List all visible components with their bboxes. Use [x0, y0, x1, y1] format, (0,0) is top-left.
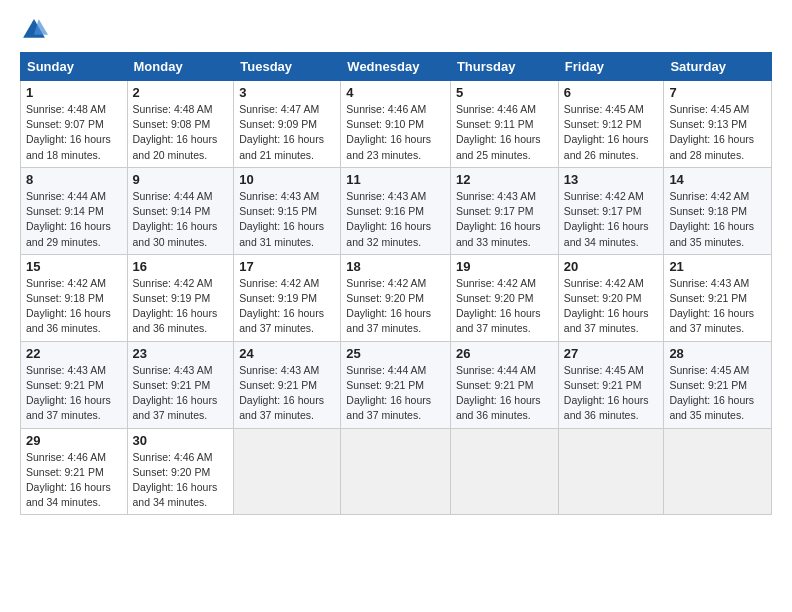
calendar-cell: [341, 428, 451, 515]
calendar-cell: 20 Sunrise: 4:42 AMSunset: 9:20 PMDaylig…: [558, 254, 664, 341]
logo: [20, 16, 52, 44]
day-info: Sunrise: 4:42 AMSunset: 9:19 PMDaylight:…: [133, 277, 218, 335]
day-info: Sunrise: 4:44 AMSunset: 9:21 PMDaylight:…: [456, 364, 541, 422]
calendar-cell: 24 Sunrise: 4:43 AMSunset: 9:21 PMDaylig…: [234, 341, 341, 428]
calendar-cell: 2 Sunrise: 4:48 AMSunset: 9:08 PMDayligh…: [127, 81, 234, 168]
calendar-cell: 29 Sunrise: 4:46 AMSunset: 9:21 PMDaylig…: [21, 428, 128, 515]
day-number: 4: [346, 85, 445, 100]
calendar-cell: 6 Sunrise: 4:45 AMSunset: 9:12 PMDayligh…: [558, 81, 664, 168]
weekday-header-thursday: Thursday: [450, 53, 558, 81]
calendar-cell: 27 Sunrise: 4:45 AMSunset: 9:21 PMDaylig…: [558, 341, 664, 428]
day-info: Sunrise: 4:43 AMSunset: 9:15 PMDaylight:…: [239, 190, 324, 248]
day-info: Sunrise: 4:43 AMSunset: 9:17 PMDaylight:…: [456, 190, 541, 248]
calendar-week-row: 22 Sunrise: 4:43 AMSunset: 9:21 PMDaylig…: [21, 341, 772, 428]
logo-icon: [20, 16, 48, 44]
calendar-week-row: 29 Sunrise: 4:46 AMSunset: 9:21 PMDaylig…: [21, 428, 772, 515]
calendar-cell: [234, 428, 341, 515]
day-info: Sunrise: 4:42 AMSunset: 9:18 PMDaylight:…: [669, 190, 754, 248]
day-number: 29: [26, 433, 122, 448]
calendar-cell: 7 Sunrise: 4:45 AMSunset: 9:13 PMDayligh…: [664, 81, 772, 168]
calendar-cell: [450, 428, 558, 515]
day-info: Sunrise: 4:42 AMSunset: 9:19 PMDaylight:…: [239, 277, 324, 335]
day-number: 5: [456, 85, 553, 100]
page-container: SundayMondayTuesdayWednesdayThursdayFrid…: [0, 0, 792, 525]
day-number: 13: [564, 172, 659, 187]
calendar-week-row: 1 Sunrise: 4:48 AMSunset: 9:07 PMDayligh…: [21, 81, 772, 168]
day-info: Sunrise: 4:43 AMSunset: 9:16 PMDaylight:…: [346, 190, 431, 248]
day-number: 7: [669, 85, 766, 100]
weekday-header-friday: Friday: [558, 53, 664, 81]
day-info: Sunrise: 4:42 AMSunset: 9:20 PMDaylight:…: [346, 277, 431, 335]
day-info: Sunrise: 4:47 AMSunset: 9:09 PMDaylight:…: [239, 103, 324, 161]
day-info: Sunrise: 4:43 AMSunset: 9:21 PMDaylight:…: [239, 364, 324, 422]
day-number: 15: [26, 259, 122, 274]
header: [20, 16, 772, 44]
day-number: 21: [669, 259, 766, 274]
calendar-cell: 26 Sunrise: 4:44 AMSunset: 9:21 PMDaylig…: [450, 341, 558, 428]
calendar-cell: 30 Sunrise: 4:46 AMSunset: 9:20 PMDaylig…: [127, 428, 234, 515]
weekday-header-row: SundayMondayTuesdayWednesdayThursdayFrid…: [21, 53, 772, 81]
day-info: Sunrise: 4:45 AMSunset: 9:13 PMDaylight:…: [669, 103, 754, 161]
calendar-cell: 16 Sunrise: 4:42 AMSunset: 9:19 PMDaylig…: [127, 254, 234, 341]
day-number: 6: [564, 85, 659, 100]
day-number: 20: [564, 259, 659, 274]
calendar-cell: 23 Sunrise: 4:43 AMSunset: 9:21 PMDaylig…: [127, 341, 234, 428]
weekday-header-tuesday: Tuesday: [234, 53, 341, 81]
day-number: 19: [456, 259, 553, 274]
day-number: 11: [346, 172, 445, 187]
day-info: Sunrise: 4:42 AMSunset: 9:20 PMDaylight:…: [564, 277, 649, 335]
calendar-cell: [558, 428, 664, 515]
day-number: 25: [346, 346, 445, 361]
day-number: 12: [456, 172, 553, 187]
weekday-header-monday: Monday: [127, 53, 234, 81]
day-number: 16: [133, 259, 229, 274]
day-info: Sunrise: 4:45 AMSunset: 9:21 PMDaylight:…: [669, 364, 754, 422]
calendar-week-row: 15 Sunrise: 4:42 AMSunset: 9:18 PMDaylig…: [21, 254, 772, 341]
calendar-cell: 19 Sunrise: 4:42 AMSunset: 9:20 PMDaylig…: [450, 254, 558, 341]
day-number: 22: [26, 346, 122, 361]
day-info: Sunrise: 4:46 AMSunset: 9:10 PMDaylight:…: [346, 103, 431, 161]
day-info: Sunrise: 4:45 AMSunset: 9:12 PMDaylight:…: [564, 103, 649, 161]
calendar-cell: 15 Sunrise: 4:42 AMSunset: 9:18 PMDaylig…: [21, 254, 128, 341]
calendar-cell: 11 Sunrise: 4:43 AMSunset: 9:16 PMDaylig…: [341, 167, 451, 254]
calendar-cell: 12 Sunrise: 4:43 AMSunset: 9:17 PMDaylig…: [450, 167, 558, 254]
day-info: Sunrise: 4:45 AMSunset: 9:21 PMDaylight:…: [564, 364, 649, 422]
day-info: Sunrise: 4:48 AMSunset: 9:08 PMDaylight:…: [133, 103, 218, 161]
calendar-cell: 4 Sunrise: 4:46 AMSunset: 9:10 PMDayligh…: [341, 81, 451, 168]
day-info: Sunrise: 4:42 AMSunset: 9:20 PMDaylight:…: [456, 277, 541, 335]
day-number: 26: [456, 346, 553, 361]
day-info: Sunrise: 4:43 AMSunset: 9:21 PMDaylight:…: [669, 277, 754, 335]
day-number: 17: [239, 259, 335, 274]
calendar-cell: 22 Sunrise: 4:43 AMSunset: 9:21 PMDaylig…: [21, 341, 128, 428]
day-number: 24: [239, 346, 335, 361]
calendar-cell: 28 Sunrise: 4:45 AMSunset: 9:21 PMDaylig…: [664, 341, 772, 428]
calendar-cell: 9 Sunrise: 4:44 AMSunset: 9:14 PMDayligh…: [127, 167, 234, 254]
day-number: 3: [239, 85, 335, 100]
day-number: 28: [669, 346, 766, 361]
day-number: 30: [133, 433, 229, 448]
calendar-cell: 13 Sunrise: 4:42 AMSunset: 9:17 PMDaylig…: [558, 167, 664, 254]
day-number: 9: [133, 172, 229, 187]
day-number: 8: [26, 172, 122, 187]
weekday-header-sunday: Sunday: [21, 53, 128, 81]
calendar-cell: 14 Sunrise: 4:42 AMSunset: 9:18 PMDaylig…: [664, 167, 772, 254]
calendar-cell: 25 Sunrise: 4:44 AMSunset: 9:21 PMDaylig…: [341, 341, 451, 428]
calendar-table: SundayMondayTuesdayWednesdayThursdayFrid…: [20, 52, 772, 515]
day-info: Sunrise: 4:44 AMSunset: 9:21 PMDaylight:…: [346, 364, 431, 422]
calendar-cell: 3 Sunrise: 4:47 AMSunset: 9:09 PMDayligh…: [234, 81, 341, 168]
day-info: Sunrise: 4:42 AMSunset: 9:17 PMDaylight:…: [564, 190, 649, 248]
calendar-cell: 1 Sunrise: 4:48 AMSunset: 9:07 PMDayligh…: [21, 81, 128, 168]
day-number: 23: [133, 346, 229, 361]
weekday-header-wednesday: Wednesday: [341, 53, 451, 81]
day-number: 27: [564, 346, 659, 361]
day-number: 2: [133, 85, 229, 100]
day-info: Sunrise: 4:43 AMSunset: 9:21 PMDaylight:…: [133, 364, 218, 422]
day-info: Sunrise: 4:48 AMSunset: 9:07 PMDaylight:…: [26, 103, 111, 161]
calendar-week-row: 8 Sunrise: 4:44 AMSunset: 9:14 PMDayligh…: [21, 167, 772, 254]
calendar-cell: 17 Sunrise: 4:42 AMSunset: 9:19 PMDaylig…: [234, 254, 341, 341]
day-number: 1: [26, 85, 122, 100]
calendar-cell: 18 Sunrise: 4:42 AMSunset: 9:20 PMDaylig…: [341, 254, 451, 341]
weekday-header-saturday: Saturday: [664, 53, 772, 81]
calendar-cell: 21 Sunrise: 4:43 AMSunset: 9:21 PMDaylig…: [664, 254, 772, 341]
day-info: Sunrise: 4:44 AMSunset: 9:14 PMDaylight:…: [133, 190, 218, 248]
